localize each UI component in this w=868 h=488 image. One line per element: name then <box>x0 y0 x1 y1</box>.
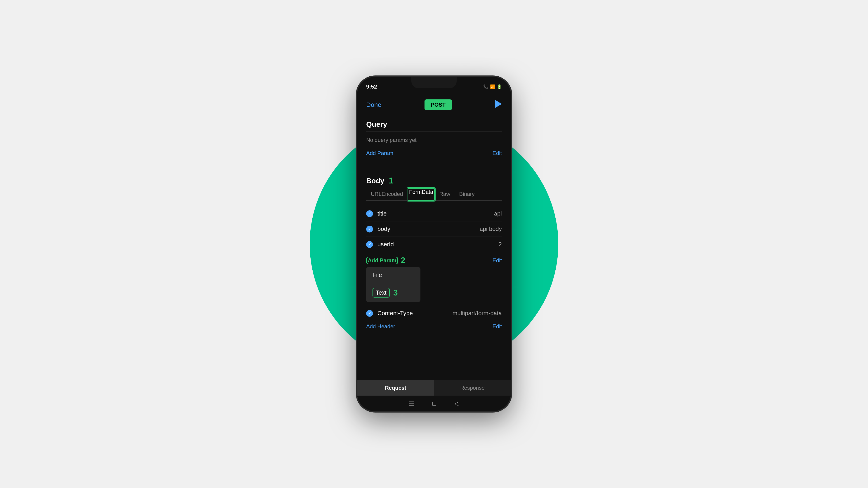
page-container: 9:52 📞 📶 🔋 Done POST Query <box>0 0 868 488</box>
param-value-userid: 2 <box>499 241 502 248</box>
dropdown-file-item[interactable]: File <box>366 267 421 283</box>
badge-2: 2 <box>401 256 405 265</box>
badge-1: 1 <box>389 176 393 186</box>
add-param-query-button[interactable]: Add Param <box>366 150 393 156</box>
checkbox-content-type[interactable]: ✓ <box>366 310 373 317</box>
header-link-row: Add Header Edit <box>366 321 502 333</box>
android-home-icon[interactable]: □ <box>432 400 436 407</box>
add-header-button[interactable]: Add Header <box>366 323 395 330</box>
text-item-label[interactable]: Text <box>373 288 390 297</box>
tab-raw[interactable]: Raw <box>435 188 455 201</box>
android-nav: ☰ □ ◁ <box>357 396 511 411</box>
param-name-userid: userId <box>377 241 499 248</box>
body-header: Body 1 <box>366 170 502 188</box>
android-menu-icon[interactable]: ☰ <box>409 400 414 407</box>
done-button[interactable]: Done <box>366 101 381 108</box>
add-param-row: Add Param 2 Edit <box>366 256 502 265</box>
status-icons: 📞 📶 🔋 <box>483 84 502 89</box>
phone-shell: 9:52 📞 📶 🔋 Done POST Query <box>357 77 511 411</box>
screen: Done POST Query No query params yet Add … <box>357 95 511 411</box>
param-row-userid: ✓ userId 2 <box>366 237 502 252</box>
signal-icon: 📶 <box>490 84 495 89</box>
tab-response[interactable]: Response <box>434 380 511 396</box>
android-back-icon[interactable]: ◁ <box>454 400 459 407</box>
status-time: 9:52 <box>366 84 377 90</box>
tab-formdata[interactable]: FormData <box>408 188 435 201</box>
checkbox-body[interactable]: ✓ <box>366 226 373 232</box>
tab-request[interactable]: Request <box>357 380 434 396</box>
param-row-body: ✓ body api body <box>366 221 502 237</box>
checkbox-title[interactable]: ✓ <box>366 210 373 217</box>
dropdown-text-item[interactable]: Text 3 <box>366 283 421 302</box>
content-type-value: multipart/form-data <box>453 310 502 317</box>
add-param-section: Add Param 2 Edit File Text 3 <box>366 252 502 306</box>
body-title: Body <box>366 177 384 185</box>
phone-notch <box>411 77 457 88</box>
run-button[interactable] <box>495 100 502 110</box>
tab-binary[interactable]: Binary <box>455 188 479 201</box>
battery-icon: 🔋 <box>497 84 502 89</box>
main-content: Query No query params yet Add Param Edit… <box>357 115 511 380</box>
content-type-row: ✓ Content-Type multipart/form-data <box>366 306 502 321</box>
add-param-body-button[interactable]: Add Param <box>366 257 398 264</box>
edit-query-button[interactable]: Edit <box>493 150 502 156</box>
bottom-tabs: Request Response <box>357 380 511 396</box>
add-param-with-badge: Add Param 2 <box>366 256 405 265</box>
param-value-body: api body <box>480 225 502 232</box>
nav-bar: Done POST <box>357 95 511 115</box>
tab-urlencoded[interactable]: URLEncoded <box>366 188 408 201</box>
body-divider <box>366 167 502 167</box>
checkbox-userid[interactable]: ✓ <box>366 241 373 248</box>
body-section: Body 1 URLEncoded FormData Raw <box>366 167 502 333</box>
edit-header-button[interactable]: Edit <box>493 323 502 330</box>
param-value-title: api <box>494 210 502 217</box>
param-row-title: ✓ title api <box>366 206 502 221</box>
play-icon <box>495 100 502 108</box>
query-link-row: Add Param Edit <box>366 148 502 160</box>
edit-body-button[interactable]: Edit <box>493 257 502 264</box>
tab-response-label: Response <box>460 385 485 391</box>
badge-3: 3 <box>393 288 398 297</box>
tab-request-label: Request <box>385 385 406 391</box>
phone-icon: 📞 <box>483 84 488 89</box>
param-name-body: body <box>377 225 480 232</box>
add-param-dropdown: File Text 3 <box>366 267 421 302</box>
method-badge[interactable]: POST <box>425 99 452 110</box>
query-section: Query No query params yet Add Param Edit <box>366 115 502 160</box>
query-title: Query <box>366 115 502 131</box>
no-params-text: No query params yet <box>366 135 502 148</box>
body-tabs: URLEncoded FormData Raw Binary <box>366 188 502 201</box>
content-type-name: Content-Type <box>377 310 453 317</box>
param-name-title: title <box>377 210 494 217</box>
